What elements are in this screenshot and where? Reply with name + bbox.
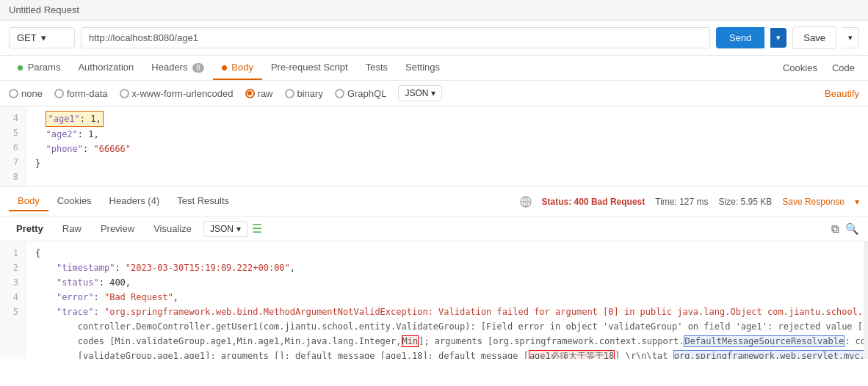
req-ln-6: 6: [7, 140, 18, 155]
fmt-tab-visualize[interactable]: Visualize: [146, 220, 199, 237]
method-chevron-icon: ▾: [41, 32, 46, 43]
response-header-bar: Body Cookies Headers (4) Test Results St…: [0, 187, 868, 216]
res-ln-4: 4: [7, 290, 18, 305]
none-radio[interactable]: [9, 89, 18, 98]
res-ln-3: 3: [7, 275, 18, 290]
json-format-label: JSON: [405, 88, 428, 98]
cookies-link[interactable]: Cookies: [778, 57, 822, 79]
res-tab-headers[interactable]: Headers (4): [101, 192, 169, 211]
res-line-4: "error": "Bad Request",: [35, 290, 859, 305]
tab-params-label: Params: [28, 62, 61, 73]
fmt-tab-preview[interactable]: Preview: [93, 220, 142, 237]
request-code-editor: 4 5 6 7 8 9 "age1": 1, "age2": 1, "phone…: [0, 106, 868, 187]
title-text: Untitled Request: [9, 4, 79, 15]
url-input[interactable]: [81, 27, 710, 48]
beautify-button[interactable]: Beautify: [825, 88, 859, 99]
res-line-3: "status": 400,: [35, 275, 859, 290]
tab-pre-request[interactable]: Pre-request Script: [262, 56, 357, 80]
req-ln-7: 7: [7, 155, 18, 170]
graphql-radio[interactable]: [335, 89, 344, 98]
size-label: Size: 5.95 KB: [719, 197, 773, 207]
res-line-2: "timestamp": "2023-03-30T15:19:09.222+00…: [35, 261, 859, 275]
body-type-graphql[interactable]: GraphQL: [335, 88, 386, 99]
send-dropdown-button[interactable]: ▾: [770, 28, 786, 48]
fmt-tab-pretty[interactable]: Pretty: [9, 220, 51, 237]
body-type-bar: none form-data x-www-form-urlencoded raw…: [0, 81, 868, 106]
urlencoded-label: x-www-form-urlencoded: [132, 88, 234, 99]
response-format-label: JSON: [210, 224, 234, 234]
body-type-binary[interactable]: binary: [285, 88, 323, 99]
response-format-right: ⧉ 🔍: [831, 222, 859, 236]
request-line-numbers: 4 5 6 7 8 9: [0, 106, 26, 186]
res-tab-test-results[interactable]: Test Results: [168, 192, 238, 211]
request-tabs: Params Authorization Headers 8 Body Pre-…: [0, 56, 868, 81]
binary-radio[interactable]: [285, 89, 294, 98]
tab-tests[interactable]: Tests: [357, 56, 397, 80]
req-ln-8: 8: [7, 170, 18, 184]
request-code-content[interactable]: "age1": 1, "age2": 1, "phone": "66666" }: [26, 106, 868, 186]
save-response-chevron-icon[interactable]: ▾: [855, 197, 859, 207]
headers-badge: 8: [192, 63, 204, 73]
body-type-urlencoded[interactable]: x-www-form-urlencoded: [120, 88, 234, 99]
url-bar: GET ▾ Send ▾ Save ▾: [0, 21, 868, 56]
graphql-label: GraphQL: [347, 88, 386, 99]
body-type-form-data[interactable]: form-data: [54, 88, 108, 99]
save-response-button[interactable]: Save Response: [782, 197, 845, 207]
tab-headers[interactable]: Headers 8: [142, 56, 212, 80]
response-code-content[interactable]: { "timestamp": "2023-03-30T15:19:09.222+…: [26, 241, 868, 359]
json-chevron-icon: ▾: [431, 88, 435, 98]
highlight-age1-msg: age1必须大于等于18: [529, 350, 615, 359]
json-format-select[interactable]: JSON ▾: [398, 85, 442, 101]
save-label: Save: [803, 32, 825, 43]
res-tab-cookies[interactable]: Cookies: [48, 192, 101, 211]
save-button[interactable]: Save: [792, 26, 836, 49]
req-tab-right: Cookies Code: [778, 57, 859, 79]
method-value: GET: [17, 32, 37, 43]
tab-body[interactable]: Body: [213, 56, 262, 80]
response-format-bar: Pretty Raw Preview Visualize JSON ▾ ☰ ⧉ …: [0, 216, 868, 241]
highlight-org: org.springframework.web.servlet.mvc.: [673, 350, 866, 359]
response-meta: Status: 400 Bad Request Time: 127 ms Siz…: [520, 196, 859, 208]
highlighted-age1: "age1": 1,: [46, 111, 103, 127]
res-line-5: "trace": "org.springframework.web.bind.M…: [35, 305, 859, 319]
res-ln-1: 1: [7, 246, 18, 261]
req-ln-5: 5: [7, 125, 18, 140]
req-code-line-4: "age1": 1,: [35, 111, 859, 127]
body-dot: [222, 65, 227, 70]
send-button[interactable]: Send: [716, 27, 764, 48]
res-tab-cookies-label: Cookies: [57, 195, 92, 206]
tab-authorization-label: Authorization: [78, 62, 134, 73]
tab-settings[interactable]: Settings: [397, 56, 449, 80]
req-code-line-6: "phone": "66666": [35, 142, 859, 156]
urlencoded-radio[interactable]: [120, 89, 129, 98]
res-ln-blank-3: [7, 349, 18, 359]
res-tab-body[interactable]: Body: [9, 192, 48, 211]
res-ln-2: 2: [7, 261, 18, 275]
copy-icon[interactable]: ⧉: [831, 222, 839, 236]
res-tab-test-results-label: Test Results: [177, 195, 229, 206]
tab-authorization[interactable]: Authorization: [69, 56, 142, 80]
raw-radio[interactable]: [245, 89, 255, 98]
method-select[interactable]: GET ▾: [9, 27, 75, 48]
title-bar: Untitled Request: [0, 0, 868, 21]
body-type-raw[interactable]: raw: [245, 88, 273, 99]
response-format-select[interactable]: JSON ▾: [203, 221, 247, 237]
search-icon[interactable]: 🔍: [845, 222, 859, 236]
body-type-none[interactable]: none: [9, 88, 43, 99]
scrollbar[interactable]: [864, 241, 868, 359]
highlight-min: Min: [402, 335, 419, 347]
code-link[interactable]: Code: [828, 57, 859, 79]
fmt-tab-raw[interactable]: Raw: [55, 220, 89, 237]
form-data-radio[interactable]: [54, 89, 64, 98]
res-ln-5: 5: [7, 305, 18, 319]
response-body: 1 2 3 4 5 { "timestamp": "2023-03-30T15:…: [0, 241, 868, 359]
binary-label: binary: [297, 88, 323, 99]
raw-label: raw: [258, 88, 273, 99]
req-code-line-8: }: [35, 156, 859, 171]
res-line-1: {: [35, 246, 859, 261]
save-dropdown-button[interactable]: ▾: [842, 27, 859, 48]
response-line-numbers: 1 2 3 4 5: [0, 241, 26, 359]
form-data-label: form-data: [67, 88, 108, 99]
wrap-icon[interactable]: ☰: [252, 222, 262, 236]
tab-params[interactable]: Params: [9, 56, 69, 80]
